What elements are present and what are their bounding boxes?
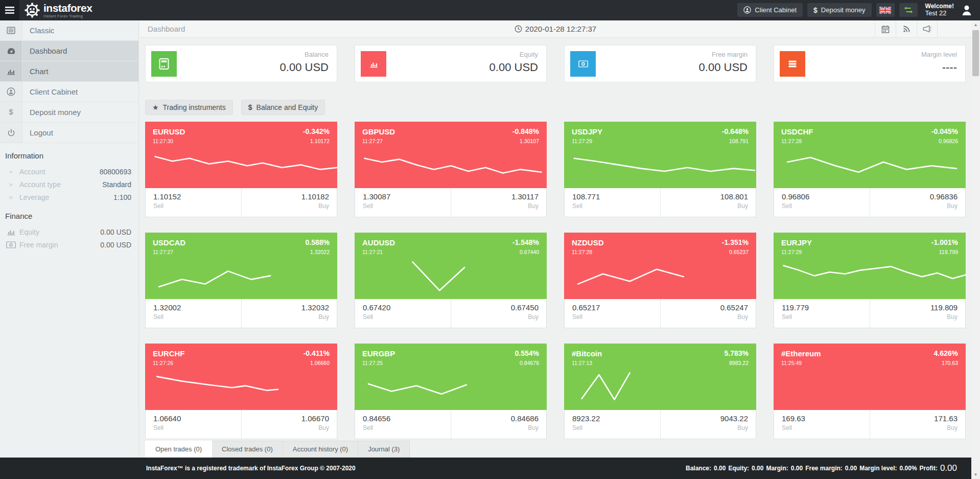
info-label: Leverage bbox=[19, 193, 49, 201]
sell-button[interactable]: 1.32002Sell bbox=[146, 299, 242, 328]
sell-button[interactable]: 108.771Sell bbox=[565, 188, 661, 217]
sell-price: 8923.22 bbox=[572, 414, 600, 423]
scrollbar-thumb[interactable] bbox=[972, 30, 979, 76]
scroll-down-button[interactable]: ▼ bbox=[971, 470, 980, 479]
quote-tile-usdchf[interactable]: USDCHF11:27:28-0.045%0.968260.96806Sell0… bbox=[774, 122, 966, 217]
buy-label: Buy bbox=[737, 424, 748, 431]
sell-button[interactable]: 169.63Sell bbox=[774, 410, 870, 439]
tab-closed-trades-0[interactable]: Closed trades (0) bbox=[212, 441, 283, 458]
finance-value: 0.00 USD bbox=[100, 228, 131, 236]
menu-toggle-button[interactable] bbox=[0, 0, 19, 20]
buy-button[interactable]: 1.32032Buy bbox=[242, 299, 337, 328]
quote-tile-eurjpy[interactable]: EURJPY11:27:29-1.001%119.799119.779Sell1… bbox=[774, 233, 966, 328]
tile-change-percent: 4.626% bbox=[934, 349, 958, 357]
buy-button[interactable]: 0.67450Buy bbox=[451, 299, 547, 328]
buy-button[interactable]: 0.96836Buy bbox=[870, 188, 966, 217]
quote-tile-audusd[interactable]: AUDUSD11:27:21-1.548%0.674400.67420Sell0… bbox=[355, 233, 547, 328]
megaphone-icon[interactable] bbox=[917, 20, 938, 38]
tile-header: #Bitcoin11:27:135.783%8983.22 bbox=[564, 344, 756, 410]
sell-button[interactable]: 0.67420Sell bbox=[355, 299, 451, 328]
welcome-line2: Test 22 bbox=[925, 10, 954, 17]
sidebar-item-classic[interactable]: Classic bbox=[0, 20, 138, 41]
quote-tile-nzdusd[interactable]: NZDUSD11:27:28-1.351%0.652370.65217Sell0… bbox=[564, 233, 756, 328]
quote-tile-eurchf[interactable]: EURCHF11:27:26-0.411%1.066601.06640Sell1… bbox=[145, 344, 337, 439]
sell-button[interactable]: 119.779Sell bbox=[774, 299, 870, 328]
switch-account-button[interactable] bbox=[899, 3, 918, 17]
buy-button[interactable]: 0.65247Buy bbox=[661, 299, 756, 328]
welcome-text: Welcome! Test 22 bbox=[925, 3, 954, 18]
stat-card-margin-level: Margin level---- bbox=[774, 45, 966, 82]
sidebar-item-label: Logout bbox=[22, 123, 138, 143]
buy-button[interactable]: 9043.22Buy bbox=[661, 410, 756, 439]
tile-header: EURJPY11:27:29-1.001%119.799 bbox=[774, 233, 966, 299]
sparkline bbox=[780, 259, 971, 296]
buy-button[interactable]: 1.06670Buy bbox=[242, 410, 337, 439]
buy-price: 0.67450 bbox=[511, 303, 539, 312]
sidebar-item-dashboard[interactable]: Dashboard bbox=[0, 41, 138, 61]
sell-button[interactable]: 0.96806Sell bbox=[774, 188, 870, 217]
footer: InstaForex™ is a registered trademark of… bbox=[0, 458, 971, 479]
buy-label: Buy bbox=[318, 313, 329, 321]
tab-open-trades-0[interactable]: Open trades (0) bbox=[145, 441, 212, 458]
page-header: Dashboard 2020-01-28 12:27:37 bbox=[139, 20, 971, 38]
quote-tile-eurgbp[interactable]: EURGBP11:27:250.554%0.846760.84656Sell0.… bbox=[355, 344, 547, 439]
buy-button[interactable]: 108.801Buy bbox=[661, 188, 756, 217]
sell-button[interactable]: 8923.22Sell bbox=[565, 410, 661, 439]
trading-instruments-button[interactable]: ★ Trading instruments bbox=[145, 100, 233, 115]
scrollbar[interactable]: ▲ ▼ bbox=[971, 20, 980, 479]
tile-last-price: 1.06660 bbox=[310, 360, 330, 366]
tile-header: EURUSD11:27:30-0.342%1.10172 bbox=[145, 122, 337, 188]
quote-tile-ethereum[interactable]: #Ethereum11:25:494.626%170.63169.63Sell1… bbox=[774, 344, 966, 439]
calendar-icon[interactable] bbox=[875, 20, 896, 38]
sidebar-item-logout[interactable]: Logout bbox=[0, 123, 138, 143]
buy-button[interactable]: 119.809Buy bbox=[870, 299, 966, 328]
sell-price: 1.06640 bbox=[153, 414, 181, 423]
quote-tile-gbpusd[interactable]: GBPUSD11:27:27-0.848%1.301071.30087Sell1… bbox=[355, 122, 547, 217]
tile-symbol: #Bitcoin bbox=[572, 349, 602, 358]
quote-tile-eurusd[interactable]: EURUSD11:27:30-0.342%1.101721.10152Sell1… bbox=[145, 122, 337, 217]
information-section-title: Information bbox=[5, 151, 131, 160]
rss-icon[interactable] bbox=[896, 20, 917, 38]
buy-button[interactable]: 171.63Buy bbox=[870, 410, 966, 439]
quote-tile-usdcad[interactable]: USDCAD11:27:270.588%1.320221.32002Sell1.… bbox=[145, 233, 337, 328]
sell-price: 0.96806 bbox=[782, 192, 809, 201]
sidebar-item-deposit-money[interactable]: $Deposit money bbox=[0, 102, 138, 123]
tile-last-price: 1.32022 bbox=[310, 249, 330, 255]
footer-stat-label: Free margin: bbox=[805, 465, 843, 472]
sell-button[interactable]: 0.65217Sell bbox=[565, 299, 661, 328]
tile-time: 11:27:26 bbox=[153, 360, 173, 366]
buy-button[interactable]: 1.10182Buy bbox=[242, 188, 337, 217]
tab-account-history-0[interactable]: Account history (0) bbox=[283, 441, 358, 458]
tile-symbol: AUDUSD bbox=[362, 238, 395, 247]
buy-button[interactable]: 0.84686Buy bbox=[451, 410, 547, 439]
finance-section: Finance Equity0.00 USDFree margin0.00 US… bbox=[0, 203, 138, 251]
user-avatar-icon[interactable] bbox=[961, 4, 973, 16]
tile-change-percent: 5.783% bbox=[725, 349, 749, 357]
buy-button[interactable]: 1.30117Buy bbox=[451, 188, 547, 217]
brand-logo[interactable]: instaforex Instant Forex Trading bbox=[25, 3, 92, 18]
balance-and-equity-button[interactable]: $ Balance and Equity bbox=[241, 100, 325, 115]
power-icon bbox=[7, 129, 15, 137]
tile-change-percent: -1.351% bbox=[722, 238, 749, 246]
sell-button[interactable]: 1.30087Sell bbox=[355, 188, 451, 217]
stat-card-value: 0.00 USD bbox=[280, 61, 329, 74]
sidebar-item-client-cabinet[interactable]: Client Cabinet bbox=[0, 82, 138, 102]
language-flag-button[interactable] bbox=[876, 3, 895, 17]
sell-button[interactable]: 1.10152Sell bbox=[146, 188, 242, 217]
quote-tile-bitcoin[interactable]: #Bitcoin11:27:135.783%8983.228923.22Sell… bbox=[564, 344, 756, 439]
buy-price: 1.10182 bbox=[301, 192, 329, 201]
clock-icon bbox=[515, 25, 522, 33]
tile-time: 11:27:21 bbox=[362, 249, 383, 255]
tile-last-price: 0.65237 bbox=[729, 249, 749, 255]
tab-journal-3[interactable]: Journal (3) bbox=[358, 441, 410, 458]
stat-card-free-margin: Free margin0.00 USD bbox=[564, 45, 756, 82]
sidebar-item-chart[interactable]: Chart bbox=[0, 61, 138, 82]
scroll-up-button[interactable]: ▲ bbox=[971, 20, 980, 29]
dollar-icon: $ bbox=[813, 6, 818, 14]
sell-button[interactable]: 0.84656Sell bbox=[355, 410, 451, 439]
sparkline bbox=[780, 148, 971, 185]
deposit-money-button[interactable]: $ Deposit money bbox=[807, 3, 872, 17]
quote-tile-usdjpy[interactable]: USDJPY11:27:29-0.648%108.791108.771Sell1… bbox=[564, 122, 756, 217]
sell-button[interactable]: 1.06640Sell bbox=[146, 410, 242, 439]
client-cabinet-button[interactable]: Client Cabinet bbox=[737, 3, 803, 17]
